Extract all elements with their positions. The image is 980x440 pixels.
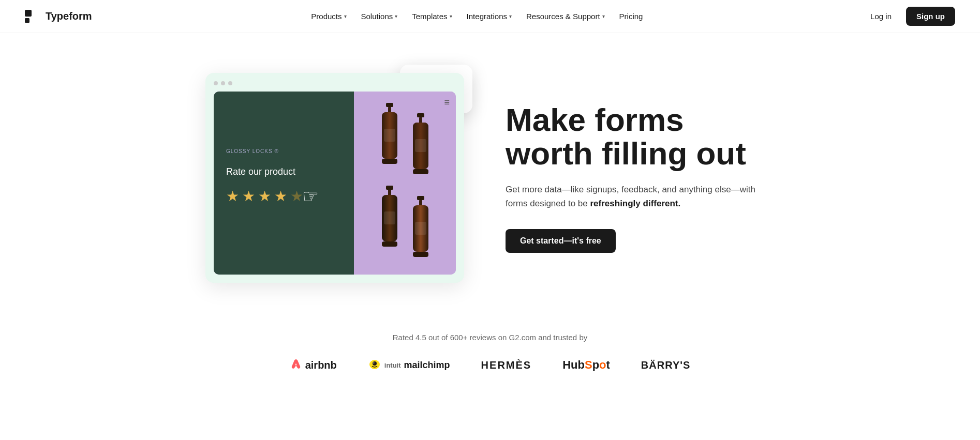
bottle-svg-2	[408, 113, 434, 180]
nav-actions: Log in Sign up	[862, 7, 955, 26]
svg-rect-17	[417, 196, 424, 200]
browser-content: GLOSSY LOCKS ® Rate our product ★ ★ ★ ★ …	[214, 92, 456, 275]
form-panel: GLOSSY LOCKS ® Rate our product ★ ★ ★ ★ …	[214, 92, 354, 275]
airbnb-logo: airbnb	[290, 358, 337, 372]
svg-point-24	[373, 362, 374, 363]
browser-bar	[214, 81, 456, 85]
nav-pricing[interactable]: Pricing	[613, 8, 649, 25]
nav-products[interactable]: Products ▾	[305, 8, 352, 25]
trust-text: Rated 4.5 out of 600+ reviews on G2.com …	[25, 333, 955, 342]
mailchimp-icon	[368, 358, 381, 372]
chevron-down-icon: ▾	[395, 13, 397, 19]
cursor-icon: ☞	[302, 186, 319, 207]
form-stars: ★ ★ ★ ★ ★ ☞	[226, 188, 341, 207]
hero-visual: +118 Responses GLOSSY LOCKS ® Rate our p…	[205, 73, 464, 283]
hubspot-text: HubSpot	[562, 358, 610, 372]
nav-solutions[interactable]: Solutions ▾	[355, 8, 404, 25]
svg-rect-0	[386, 103, 393, 107]
nav-templates[interactable]: Templates ▾	[406, 8, 458, 25]
browser-menu-icon: ≡	[444, 98, 450, 107]
bottle-svg-4	[408, 196, 434, 263]
trust-section: Rated 4.5 out of 600+ reviews on G2.com …	[0, 312, 980, 403]
bottle-3	[377, 186, 403, 263]
hero-subtitle: Get more data—like signups, feedback, an…	[506, 183, 775, 210]
cta-button[interactable]: Get started—it's free	[506, 229, 616, 253]
main-nav: Typeform Products ▾ Solutions ▾ Template…	[0, 0, 980, 33]
svg-rect-11	[413, 169, 428, 174]
bottle-1	[377, 103, 403, 180]
bottle-2	[408, 113, 434, 180]
chevron-down-icon: ▾	[602, 13, 605, 19]
svg-rect-4	[384, 129, 395, 142]
nav-resources[interactable]: Resources & Support ▾	[520, 8, 611, 25]
svg-rect-5	[382, 159, 397, 164]
star-2: ★	[242, 188, 255, 207]
hubspot-logo: HubSpot	[562, 358, 610, 372]
browser-mockup: GLOSSY LOCKS ® Rate our product ★ ★ ★ ★ …	[205, 73, 464, 283]
logo[interactable]: Typeform	[25, 10, 92, 23]
svg-point-23	[373, 361, 377, 366]
chevron-down-icon: ▾	[509, 13, 512, 19]
star-1: ★	[226, 188, 239, 207]
airbnb-icon	[290, 358, 302, 372]
barrys-logo: BÄRRY'S	[641, 359, 690, 371]
bottle-4	[408, 196, 434, 263]
bottle-svg-1	[377, 103, 403, 170]
signup-button[interactable]: Sign up	[906, 7, 955, 26]
star-5: ★	[290, 188, 303, 207]
browser-dot-red	[214, 81, 218, 85]
browser-dot-green	[228, 81, 232, 85]
bottle-svg-3	[377, 186, 403, 253]
hero-title: Make forms worth filling out	[506, 103, 775, 170]
svg-rect-16	[382, 241, 397, 247]
bottles-grid	[372, 98, 439, 268]
form-brand-label: GLOSSY LOCKS ®	[226, 148, 341, 154]
logo-icon	[25, 10, 41, 23]
hero-section: +118 Responses GLOSSY LOCKS ® Rate our p…	[0, 33, 980, 312]
nav-links: Products ▾ Solutions ▾ Templates ▾ Integ…	[305, 8, 649, 25]
chevron-down-icon: ▾	[344, 13, 347, 19]
mailchimp-logo: intuit mailchimp	[368, 358, 450, 372]
logo-text: Typeform	[46, 10, 92, 22]
star-4: ★	[274, 188, 287, 207]
svg-rect-12	[386, 186, 393, 190]
login-button[interactable]: Log in	[862, 8, 900, 25]
hermes-logo: HERMÈS	[481, 359, 532, 371]
nav-integrations[interactable]: Integrations ▾	[461, 8, 518, 25]
browser-dot-yellow	[221, 81, 225, 85]
chevron-down-icon: ▾	[450, 13, 452, 19]
form-question: Rate our product	[226, 166, 341, 177]
product-image-panel	[354, 92, 456, 275]
svg-rect-6	[417, 113, 424, 117]
trust-logos: airbnb intuit mailchimp HERMÈS HubSpot B…	[25, 358, 955, 372]
star-3: ★	[258, 188, 271, 207]
mailchimp-prefix: intuit	[384, 361, 401, 369]
svg-rect-20	[415, 222, 426, 235]
hero-text: Make forms worth filling out Get more da…	[506, 103, 775, 253]
svg-rect-10	[415, 139, 426, 152]
svg-rect-15	[384, 211, 395, 224]
svg-rect-21	[413, 252, 428, 257]
